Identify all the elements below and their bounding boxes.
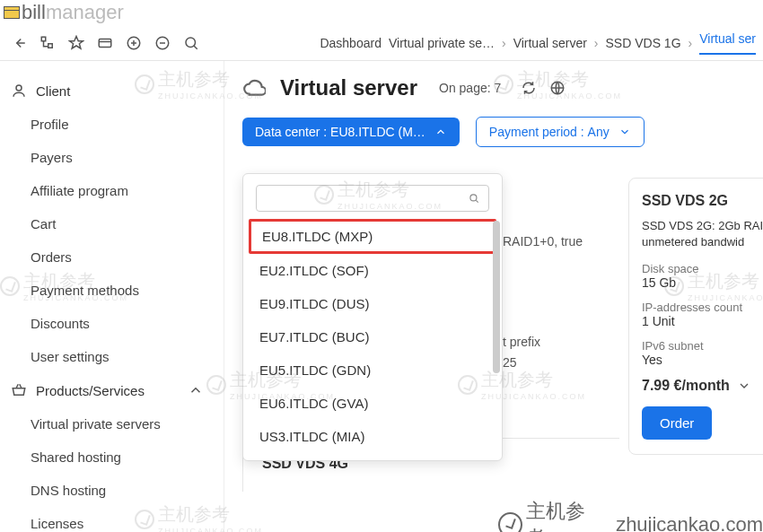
brand-logo: billmanager — [4, 1, 124, 24]
chevron-right-icon: › — [594, 36, 599, 50]
partial-card-text: RAID1+0, true t prefix 25 — [503, 178, 610, 455]
svg-rect-2 — [99, 39, 111, 47]
sidebar-item-orders[interactable]: Orders — [0, 240, 224, 274]
main-content: Virtual server On page: 7 Data center : … — [224, 61, 763, 532]
card-price[interactable]: 7.99 €/month — [642, 378, 763, 394]
sidebar-item-profile[interactable]: Profile — [0, 108, 224, 141]
svg-rect-1 — [48, 43, 53, 48]
on-page-label: On page: 7 — [439, 81, 501, 95]
sidebar-group-label: Client — [36, 83, 70, 99]
minus-circle-icon[interactable] — [154, 35, 171, 51]
chevron-right-icon: › — [688, 36, 693, 50]
globe-icon[interactable] — [549, 80, 566, 96]
dropdown-item[interactable]: EU2.ITLDC (SOF) — [243, 254, 502, 287]
plus-circle-icon[interactable] — [126, 35, 142, 51]
tree-icon[interactable] — [39, 35, 56, 51]
user-icon — [11, 83, 27, 99]
ipv6-value: Yes — [642, 353, 763, 367]
crumb-dashboard[interactable]: Dashboard — [320, 36, 382, 50]
breadcrumb: Dashboard Virtual private se… › Virtual … — [320, 31, 756, 55]
svg-point-5 — [186, 38, 196, 48]
datacenter-filter[interactable]: Data center : EU8.ITLDC (M… — [242, 118, 460, 146]
scrollbar[interactable] — [491, 221, 500, 453]
disk-value: 15 Gb — [642, 275, 763, 290]
ip-value: 1 Unit — [642, 314, 763, 328]
cloud-icon — [242, 76, 266, 100]
disk-label: Disk space — [642, 262, 763, 275]
payment-period-filter[interactable]: Payment period : Any — [476, 117, 645, 147]
back-icon[interactable] — [11, 35, 27, 51]
page-header: Virtual server On page: 7 — [242, 75, 763, 100]
datacenter-dropdown: EU8.ITLDC (MXP) EU2.ITLDC (SOF) EU9.ITLD… — [242, 173, 503, 461]
filter-row: Data center : EU8.ITLDC (M… Payment peri… — [242, 117, 763, 147]
brand-icon — [4, 6, 20, 19]
dropdown-list[interactable]: EU8.ITLDC (MXP) EU2.ITLDC (SOF) EU9.ITLD… — [243, 219, 502, 453]
order-button[interactable]: Order — [642, 406, 712, 440]
sidebar-group-products[interactable]: Products/Services — [0, 373, 224, 407]
svg-rect-0 — [41, 37, 46, 41]
brand-text-1: bill — [22, 1, 46, 24]
crumb-virtual-server[interactable]: Virtual server — [513, 36, 587, 50]
sidebar: Client Profile Payers Affiliate program … — [0, 61, 224, 532]
product-card-ssd-vds-2g: SSD VDS 2G SSD VDS 2G: 2Gb RAI unmetered… — [628, 178, 763, 455]
dropdown-search-input[interactable] — [256, 185, 489, 212]
crumb-ssd-vds-1g[interactable]: SSD VDS 1G — [606, 36, 681, 50]
svg-point-6 — [16, 85, 22, 91]
sidebar-item-shared-hosting[interactable]: Shared hosting — [0, 440, 224, 474]
sidebar-item-dns-hosting[interactable]: DNS hosting — [0, 474, 224, 507]
star-icon[interactable] — [68, 35, 84, 51]
toolbar-icons — [7, 35, 203, 51]
chevron-up-icon — [434, 126, 447, 138]
chevron-down-icon — [618, 126, 631, 138]
dropdown-item[interactable]: EU5.ITLDC (GDN) — [243, 353, 502, 387]
dropdown-item[interactable]: EU6.ITLDC (GVA) — [243, 387, 502, 420]
sidebar-item-licenses[interactable]: Licenses — [0, 507, 224, 532]
cards-row: RAID1+0, true t prefix 25 SSD VDS 2G SSD… — [503, 178, 763, 455]
svg-point-8 — [470, 195, 477, 201]
dropdown-item[interactable]: EU8.ITLDC (MXP) — [249, 219, 496, 254]
crumb-vps[interactable]: Virtual private se… — [389, 36, 495, 50]
ipv6-label: IPv6 subnet — [642, 339, 763, 353]
sidebar-item-payment-methods[interactable]: Payment methods — [0, 274, 224, 307]
sidebar-group-label: Products/Services — [36, 383, 145, 398]
card-description: SSD VDS 2G: 2Gb RAI unmetered bandwid — [642, 218, 763, 249]
sidebar-group-client[interactable]: Client — [0, 74, 224, 108]
page-title: Virtual server — [280, 75, 417, 100]
sidebar-item-affiliate[interactable]: Affiliate program — [0, 174, 224, 207]
chevron-up-icon — [188, 382, 204, 398]
search-icon[interactable] — [183, 35, 199, 51]
toolbar: Dashboard Virtual private se… › Virtual … — [0, 25, 763, 61]
dropdown-item[interactable]: US3.ITLDC (MIA) — [243, 420, 502, 453]
sidebar-item-discounts[interactable]: Discounts — [0, 307, 224, 340]
dropdown-item[interactable]: EU9.ITLDC (DUS) — [243, 287, 502, 320]
sidebar-item-vps[interactable]: Virtual private servers — [0, 407, 224, 440]
crumb-current[interactable]: Virtual ser — [699, 31, 756, 55]
card-title: SSD VDS 2G — [642, 193, 763, 209]
refresh-icon[interactable] — [521, 80, 537, 96]
chevron-down-icon — [737, 379, 751, 393]
chevron-right-icon: › — [502, 36, 506, 50]
sidebar-item-user-settings[interactable]: User settings — [0, 340, 224, 373]
sidebar-item-payers[interactable]: Payers — [0, 141, 224, 174]
brand-bar: billmanager — [0, 0, 763, 25]
ip-label: IP-addresses count — [642, 301, 763, 314]
sidebar-item-cart[interactable]: Cart — [0, 207, 224, 240]
dropdown-item[interactable]: EU7.ITLDC (BUC) — [243, 320, 502, 353]
brand-text-2: manager — [46, 1, 124, 24]
card-icon[interactable] — [97, 35, 113, 51]
basket-icon — [11, 382, 27, 398]
search-icon — [468, 192, 480, 205]
